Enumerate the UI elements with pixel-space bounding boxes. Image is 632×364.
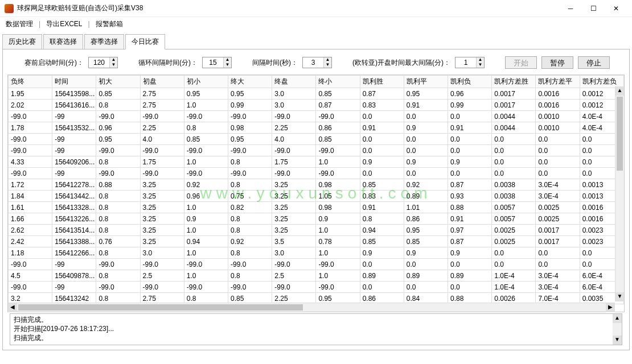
- table-row[interactable]: 4.33156409206...0.81.751.00.81.751.00.90…: [9, 156, 624, 168]
- spinner-prestart[interactable]: ▲▼: [88, 57, 118, 68]
- scroll-left-icon[interactable]: ◀: [8, 303, 17, 312]
- table-cell: -99.0: [96, 259, 140, 270]
- table-cell: 0.0: [536, 134, 580, 145]
- scroll-thumb-h[interactable]: [18, 304, 303, 311]
- pause-button[interactable]: 暂停: [541, 56, 573, 69]
- table-cell: -99: [52, 282, 96, 293]
- table-cell: 0.0: [492, 259, 536, 270]
- scroll-down-icon[interactable]: ▼: [613, 336, 622, 345]
- column-header[interactable]: 初小: [184, 76, 228, 88]
- scrollbar-vertical[interactable]: ▲ ▼: [615, 86, 624, 301]
- table-cell: 0.8: [96, 100, 140, 111]
- table-cell: 0.0: [536, 156, 580, 168]
- table-cell: 0.0: [492, 168, 536, 179]
- column-header[interactable]: 负终: [9, 76, 52, 88]
- table-cell: 0.98: [316, 202, 360, 213]
- maximize-button[interactable]: ☐: [582, 0, 605, 17]
- menu-bar: 数据管理 | 导出EXCEL | 报警邮箱: [0, 17, 632, 31]
- tab-history[interactable]: 历史比赛: [2, 34, 42, 49]
- spinner-sec[interactable]: ▲▼: [302, 57, 332, 68]
- menu-export-excel[interactable]: 导出EXCEL: [43, 18, 85, 30]
- titlebar: 球探网足球欧赔转亚赔(自选公司)采集V38 ─ ☐ ✕: [0, 0, 632, 17]
- column-header[interactable]: 时间: [52, 76, 96, 88]
- scroll-down-icon[interactable]: ▼: [615, 292, 624, 301]
- table-cell: 0.0044: [492, 122, 536, 134]
- column-header[interactable]: 初盘: [140, 76, 184, 88]
- table-cell: -99.0: [316, 259, 360, 270]
- table-row[interactable]: 1.66156413226...0.83.250.90.83.250.90.80…: [9, 213, 624, 225]
- scrollbar-horizontal[interactable]: ◀ ▶: [8, 303, 615, 312]
- column-header[interactable]: 终盘: [272, 76, 316, 88]
- scroll-right-icon[interactable]: ▶: [606, 303, 615, 312]
- table-row[interactable]: 2.02156413616...0.82.751.00.993.00.870.8…: [9, 100, 624, 111]
- menu-data-manage[interactable]: 数据管理: [2, 18, 36, 30]
- table-row[interactable]: -99.0-990.954.00.850.954.00.850.00.00.00…: [9, 134, 624, 145]
- table-cell: -99.0: [228, 168, 272, 179]
- column-header[interactable]: 终大: [228, 76, 272, 88]
- table-cell: 0.94: [360, 225, 404, 236]
- table-row[interactable]: 1.78156413532...0.962.250.80.982.250.860…: [9, 122, 624, 134]
- table-row[interactable]: 1.61156413328...0.83.251.00.823.250.980.…: [9, 202, 624, 213]
- table-cell: 0.0025: [536, 202, 580, 213]
- table-row[interactable]: 2.42156413388...0.763.250.940.923.50.780…: [9, 236, 624, 247]
- log-line: 扫描完成。: [14, 315, 618, 324]
- table-cell: 0.0016: [536, 88, 580, 100]
- table-row[interactable]: 1.72156412278...0.883.250.920.83.250.980…: [9, 179, 624, 191]
- table-row[interactable]: -99.0-99-99.0-99.0-99.0-99.0-99.0-99.00.…: [9, 282, 624, 293]
- column-header[interactable]: 终小: [316, 76, 360, 88]
- table-cell: 0.99: [228, 100, 272, 111]
- scroll-thumb-v[interactable]: [617, 97, 623, 171]
- column-header[interactable]: 凯利负: [448, 76, 492, 88]
- table-cell: 0.76: [96, 236, 140, 247]
- menu-alert-mail[interactable]: 报警邮箱: [92, 18, 126, 30]
- table-row[interactable]: 2.62156413514...0.83.251.00.83.251.00.94…: [9, 225, 624, 236]
- table-row[interactable]: -99.0-99-99.0-99.0-99.0-99.0-99.0-99.00.…: [9, 111, 624, 122]
- minimize-button[interactable]: ─: [559, 0, 582, 17]
- table-cell: 0.94: [184, 236, 228, 247]
- table-row[interactable]: 4.5156409878...0.82.51.00.82.51.00.890.8…: [9, 270, 624, 282]
- table-row[interactable]: 1.95156413598...0.852.750.950.953.00.850…: [9, 88, 624, 100]
- tab-season[interactable]: 赛季选择: [84, 34, 124, 49]
- close-button[interactable]: ✕: [605, 0, 627, 17]
- table-cell: 0.85: [360, 236, 404, 247]
- table-cell: 0.78: [316, 236, 360, 247]
- table-cell: 1.0: [184, 202, 228, 213]
- label-loop-interval: 循环间隔时间(分)：: [138, 58, 198, 68]
- scroll-up-icon[interactable]: ▲: [615, 86, 624, 96]
- label-max-interval: (欧转亚)开盘时间最大间隔(分)：: [352, 58, 450, 68]
- column-header[interactable]: 凯利胜: [360, 76, 404, 88]
- table-cell: 0.87: [448, 179, 492, 191]
- spin-down-icon[interactable]: ▼: [110, 63, 117, 68]
- table-cell: -99.0: [9, 134, 52, 145]
- column-header[interactable]: 凯利方差胜: [492, 76, 536, 88]
- table-cell: 0.0: [360, 282, 404, 293]
- log-scrollbar[interactable]: ▲ ▼: [613, 314, 622, 345]
- table-cell: 0.96: [96, 122, 140, 134]
- stop-button[interactable]: 停止: [578, 56, 610, 69]
- table-row[interactable]: -99.0-99-99.0-99.0-99.0-99.0-99.0-99.00.…: [9, 259, 624, 270]
- table-cell: 3.25: [140, 191, 184, 202]
- spinner-loop[interactable]: ▲▼: [202, 57, 232, 68]
- table-cell: 3.0E-4: [536, 282, 580, 293]
- table-row[interactable]: 1.18156412266...0.83.01.00.83.01.00.90.9…: [9, 247, 624, 259]
- table-row[interactable]: -99.0-99-99.0-99.0-99.0-99.0-99.0-99.00.…: [9, 145, 624, 156]
- tab-today[interactable]: 今日比赛: [125, 34, 165, 49]
- table-cell: 0.9: [404, 247, 448, 259]
- table-cell: 0.89: [404, 270, 448, 282]
- table-cell: 156413226...: [52, 213, 96, 225]
- table-row[interactable]: 1.84156413442...0.83.250.960.753.251.050…: [9, 191, 624, 202]
- spinner-max[interactable]: ▲▼: [455, 57, 485, 68]
- table-cell: 0.93: [448, 191, 492, 202]
- tab-league[interactable]: 联赛选择: [43, 34, 83, 49]
- table-cell: 3.0E-4: [536, 270, 580, 282]
- table-cell: 0.8: [96, 156, 140, 168]
- column-header[interactable]: 初大: [96, 76, 140, 88]
- column-header[interactable]: 凯利方差平: [536, 76, 580, 88]
- table-cell: 0.0: [492, 145, 536, 156]
- table-row[interactable]: -99.0-99-99.0-99.0-99.0-99.0-99.0-99.00.…: [9, 168, 624, 179]
- table-cell: 0.8: [96, 191, 140, 202]
- table-cell: 0.85: [96, 88, 140, 100]
- start-button[interactable]: 开始: [505, 56, 537, 69]
- column-header[interactable]: 凯利平: [404, 76, 448, 88]
- scroll-up-icon[interactable]: ▲: [613, 314, 622, 323]
